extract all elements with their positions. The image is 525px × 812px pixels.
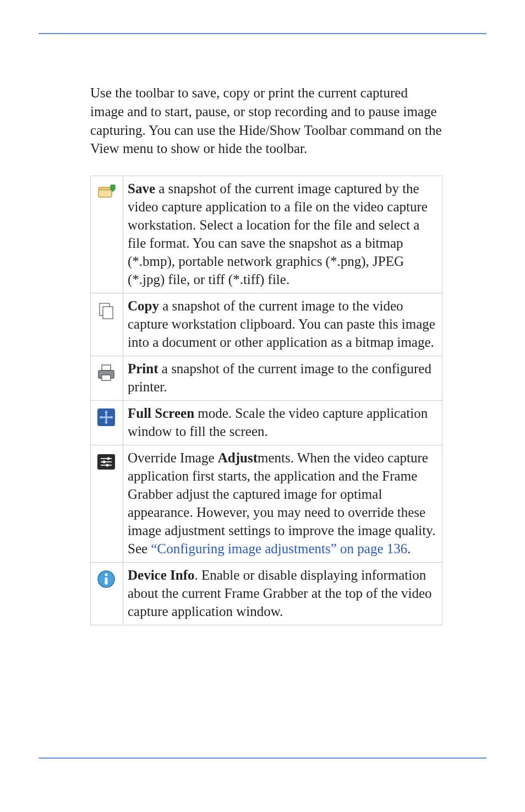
cross-reference-link[interactable]: “Configuring image adjustments” on page … bbox=[151, 541, 407, 556]
description-text: a snapshot of the current image captured… bbox=[128, 181, 428, 287]
svg-rect-6 bbox=[102, 375, 111, 380]
svg-rect-3 bbox=[103, 307, 113, 319]
post-text: . bbox=[407, 541, 411, 556]
print-icon bbox=[95, 362, 117, 384]
svg-point-13 bbox=[103, 461, 106, 464]
bold-term: Print bbox=[128, 361, 158, 376]
description-text: ments. When the video capture applicatio… bbox=[128, 450, 435, 556]
adjust-icon bbox=[95, 451, 117, 473]
icon-cell bbox=[91, 293, 123, 356]
table-row: Full Screen mode. Scale the video captur… bbox=[91, 401, 442, 445]
pre-text: Override Image bbox=[128, 450, 218, 465]
description-text: a snapshot of the current image to the v… bbox=[128, 298, 435, 350]
top-rule bbox=[39, 33, 486, 34]
copy-icon bbox=[95, 299, 117, 321]
table-row: Print a snapshot of the current image to… bbox=[91, 356, 442, 401]
icon-cell bbox=[91, 563, 123, 625]
svg-point-12 bbox=[107, 457, 110, 460]
description-cell: Save a snapshot of the current image cap… bbox=[123, 176, 442, 293]
svg-point-16 bbox=[105, 574, 108, 576]
description-cell: Device Info. Enable or disable displayin… bbox=[123, 563, 442, 625]
bold-term: Copy bbox=[128, 298, 159, 313]
document-page: Use the toolbar to save, copy or print t… bbox=[0, 0, 525, 792]
bottom-rule bbox=[39, 757, 486, 759]
svg-rect-1 bbox=[99, 190, 112, 197]
intro-paragraph: Use the toolbar to save, copy or print t… bbox=[90, 84, 442, 158]
save-icon bbox=[95, 182, 117, 204]
table-row: Save a snapshot of the current image cap… bbox=[91, 176, 442, 293]
bold-term: Save bbox=[128, 181, 155, 196]
description-cell: Print a snapshot of the current image to… bbox=[123, 356, 442, 401]
svg-point-14 bbox=[106, 464, 109, 467]
icon-cell bbox=[91, 445, 123, 563]
icon-cell bbox=[91, 176, 123, 293]
info-icon bbox=[95, 568, 117, 590]
toolbar-description-table: Save a snapshot of the current image cap… bbox=[90, 176, 442, 625]
icon-cell bbox=[91, 401, 123, 445]
bold-term: Device Info bbox=[128, 568, 195, 582]
bold-term: Full Screen bbox=[128, 406, 194, 421]
description-text: a snapshot of the current image to the c… bbox=[128, 361, 431, 394]
svg-rect-17 bbox=[105, 577, 108, 585]
description-cell: Override Image Adjustments. When the vid… bbox=[123, 445, 442, 563]
table-row: Device Info. Enable or disable displayin… bbox=[91, 563, 442, 625]
svg-rect-4 bbox=[102, 365, 111, 370]
table-row: Override Image Adjustments. When the vid… bbox=[91, 445, 442, 563]
icon-cell bbox=[91, 356, 123, 401]
fullscreen-icon bbox=[95, 406, 117, 428]
description-cell: Copy a snapshot of the current image to … bbox=[123, 293, 442, 356]
description-cell: Full Screen mode. Scale the video captur… bbox=[123, 401, 442, 445]
table-row: Copy a snapshot of the current image to … bbox=[91, 293, 442, 356]
bold-term: Adjust bbox=[218, 450, 258, 465]
